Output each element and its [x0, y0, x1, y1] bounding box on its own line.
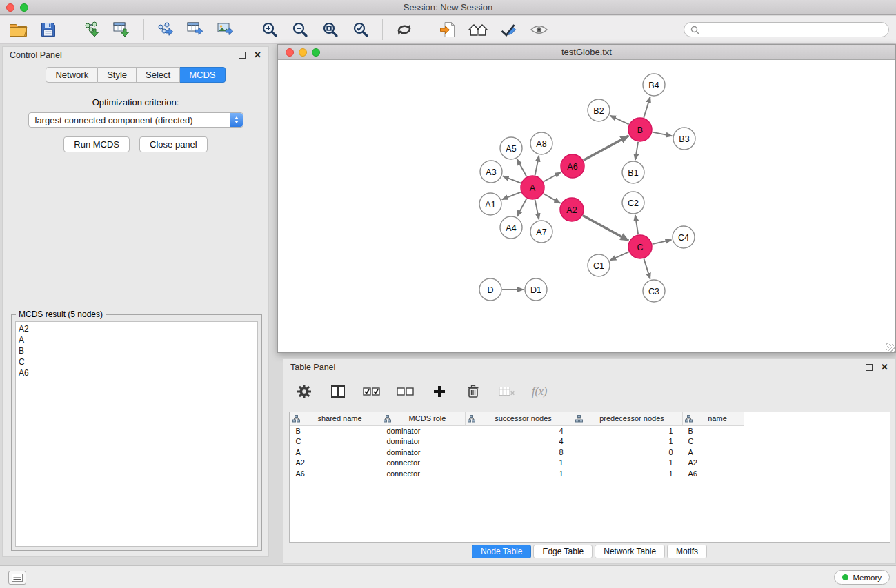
zoom-fit-button[interactable] — [319, 19, 341, 41]
export-network-button[interactable] — [155, 19, 177, 41]
network-node-A6[interactable]: A6 — [561, 154, 584, 178]
network-edge-A-A8[interactable] — [535, 156, 539, 176]
toggle-details-button[interactable] — [528, 19, 550, 41]
network-node-A[interactable]: A — [521, 176, 544, 199]
open-session-button[interactable] — [7, 19, 29, 41]
network-edge-B-B1[interactable] — [635, 142, 638, 160]
tab-node-table[interactable]: Node Table — [472, 545, 532, 558]
run-mcds-button[interactable]: Run MCDS — [63, 136, 130, 152]
network-window-titlebar[interactable]: testGlobe.txt — [278, 45, 895, 60]
apply-layout-button[interactable] — [393, 19, 415, 41]
network-node-C1[interactable]: C1 — [588, 254, 610, 276]
network-node-B3[interactable]: B3 — [673, 128, 695, 150]
column-header-name[interactable]: name — [683, 412, 744, 425]
network-node-A4[interactable]: A4 — [500, 216, 522, 239]
mcds-result-item[interactable]: C — [19, 356, 255, 367]
zoom-network-window-button[interactable] — [312, 48, 320, 57]
tab-edge-table[interactable]: Edge Table — [533, 545, 593, 558]
resize-grip[interactable] — [886, 343, 895, 352]
column-header-predecessor-nodes[interactable]: predecessor nodes — [573, 412, 683, 425]
network-edge-C-C3[interactable] — [644, 258, 650, 279]
mcds-result-item[interactable]: A — [19, 334, 255, 345]
close-window-button[interactable] — [6, 3, 14, 12]
mcds-result-item[interactable]: A2 — [19, 323, 255, 334]
zoom-selected-button[interactable] — [350, 19, 372, 41]
network-node-C3[interactable]: C3 — [643, 280, 665, 302]
export-image-button[interactable] — [215, 19, 237, 41]
network-node-B1[interactable]: B1 — [622, 161, 644, 183]
network-edge-A-A7[interactable] — [535, 200, 539, 220]
deselect-all-button[interactable] — [397, 383, 415, 401]
search-input[interactable] — [704, 24, 882, 35]
network-node-C2[interactable]: C2 — [622, 192, 644, 214]
minimize-network-window-button[interactable] — [299, 48, 307, 57]
tab-select[interactable]: Select — [137, 67, 180, 83]
mcds-result-item[interactable]: B — [19, 345, 255, 356]
network-edge-C-C4[interactable] — [653, 240, 672, 244]
style-apply-button[interactable] — [497, 19, 519, 41]
table-settings-button[interactable] — [295, 383, 313, 401]
network-node-B2[interactable]: B2 — [588, 99, 610, 121]
network-edge-A-A4[interactable] — [517, 199, 527, 216]
optimization-dropdown[interactable]: largest connected component (directed) — [28, 112, 243, 128]
zoom-in-button[interactable] — [259, 19, 281, 41]
import-network-file-button[interactable] — [81, 19, 103, 41]
mcds-result-item[interactable]: A6 — [19, 367, 255, 378]
network-edge-C-C1[interactable] — [610, 252, 628, 260]
delete-table-button[interactable] — [498, 383, 516, 401]
network-node-D[interactable]: D — [479, 278, 501, 301]
node-table-container[interactable]: shared nameMCDS rolesuccessor nodesprede… — [289, 412, 890, 543]
table-row[interactable]: A6connector11A6 — [290, 468, 744, 479]
search-box[interactable] — [684, 22, 889, 37]
network-edge-A-A5[interactable] — [517, 159, 527, 176]
network-node-C4[interactable]: C4 — [673, 226, 695, 248]
network-node-A7[interactable]: A7 — [530, 221, 552, 243]
task-history-button[interactable] — [8, 571, 26, 585]
network-edge-B-B4[interactable] — [644, 97, 650, 118]
network-edge-A6-B[interactable] — [584, 136, 629, 160]
network-view[interactable]: B4B2BB3A5A8A6A3AB1A1A2C2A4A7C4CC1DD1C3 — [278, 61, 895, 352]
tab-motifs[interactable]: Motifs — [667, 545, 707, 558]
close-network-window-button[interactable] — [286, 48, 294, 57]
column-header-successor-nodes[interactable]: successor nodes — [466, 412, 573, 425]
tab-network[interactable]: Network — [46, 67, 98, 83]
close-panel-button[interactable]: Close panel — [139, 136, 208, 152]
import-table-file-button[interactable] — [111, 19, 133, 41]
column-header-shared-name[interactable]: shared name — [290, 412, 381, 425]
network-node-A2[interactable]: A2 — [560, 198, 584, 221]
show-columns-button[interactable] — [329, 383, 347, 401]
overview-button[interactable] — [467, 19, 489, 41]
network-node-C[interactable]: C — [628, 235, 652, 258]
network-edge-B-B3[interactable] — [653, 132, 673, 136]
network-node-B[interactable]: B — [628, 118, 652, 141]
network-node-D1[interactable]: D1 — [525, 278, 547, 301]
close-panel-icon[interactable]: ✕ — [254, 52, 261, 59]
network-edge-A-A6[interactable] — [544, 172, 561, 182]
network-node-A3[interactable]: A3 — [480, 161, 502, 183]
network-node-A8[interactable]: A8 — [530, 132, 552, 154]
network-node-A1[interactable]: A1 — [479, 193, 501, 215]
function-builder-button[interactable]: f(x) — [532, 383, 547, 401]
network-edge-A-A1[interactable] — [502, 192, 521, 200]
network-edge-A-A3[interactable] — [503, 176, 521, 183]
float-panel-icon[interactable] — [239, 52, 246, 59]
table-row[interactable]: A2connector11A2 — [290, 458, 744, 469]
tab-style[interactable]: Style — [98, 67, 137, 83]
mcds-result-list[interactable]: A2ABCA6 — [15, 321, 258, 547]
table-row[interactable]: Adominator80A — [290, 447, 744, 458]
zoom-out-button[interactable] — [289, 19, 311, 41]
close-table-panel-icon[interactable]: ✕ — [881, 364, 888, 371]
network-edge-B-B2[interactable] — [610, 116, 628, 125]
add-column-button[interactable] — [430, 383, 448, 401]
save-session-button[interactable] — [37, 19, 59, 41]
network-node-B4[interactable]: B4 — [643, 74, 665, 96]
float-table-panel-icon[interactable] — [866, 364, 873, 371]
delete-column-button[interactable] — [464, 383, 482, 401]
column-header-mcds-role[interactable]: MCDS role — [381, 412, 466, 425]
network-file-button[interactable] — [437, 19, 459, 41]
memory-button[interactable]: Memory — [834, 570, 890, 585]
select-all-button[interactable] — [363, 383, 381, 401]
zoom-window-button[interactable] — [20, 3, 28, 12]
table-row[interactable]: Bdominator41B — [290, 425, 744, 436]
network-canvas[interactable]: B4B2BB3A5A8A6A3AB1A1A2C2A4A7C4CC1DD1C3 — [278, 61, 895, 352]
